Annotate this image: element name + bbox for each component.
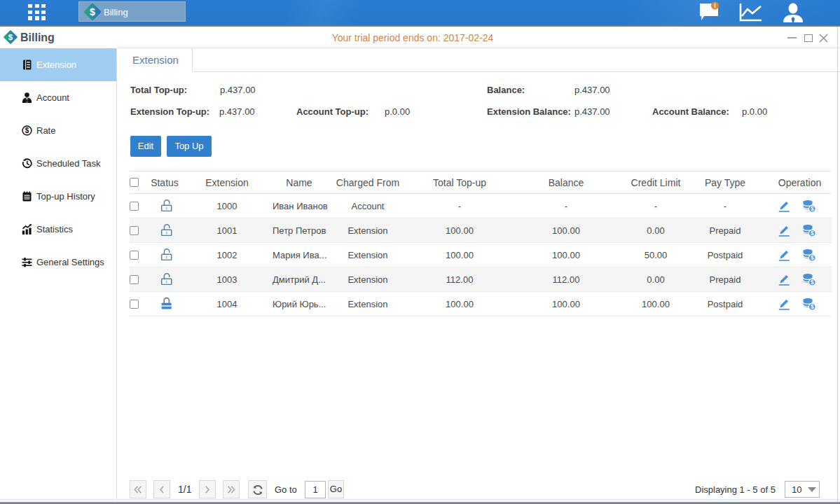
svg-text:$: $: [25, 127, 29, 134]
svg-text:$: $: [810, 205, 813, 212]
svg-text:$: $: [90, 6, 95, 18]
svg-text:$: $: [810, 254, 813, 261]
svg-text:$: $: [810, 279, 813, 286]
svg-text:!: !: [714, 2, 716, 9]
svg-text:$: $: [810, 303, 813, 310]
svg-text:$: $: [810, 230, 813, 237]
